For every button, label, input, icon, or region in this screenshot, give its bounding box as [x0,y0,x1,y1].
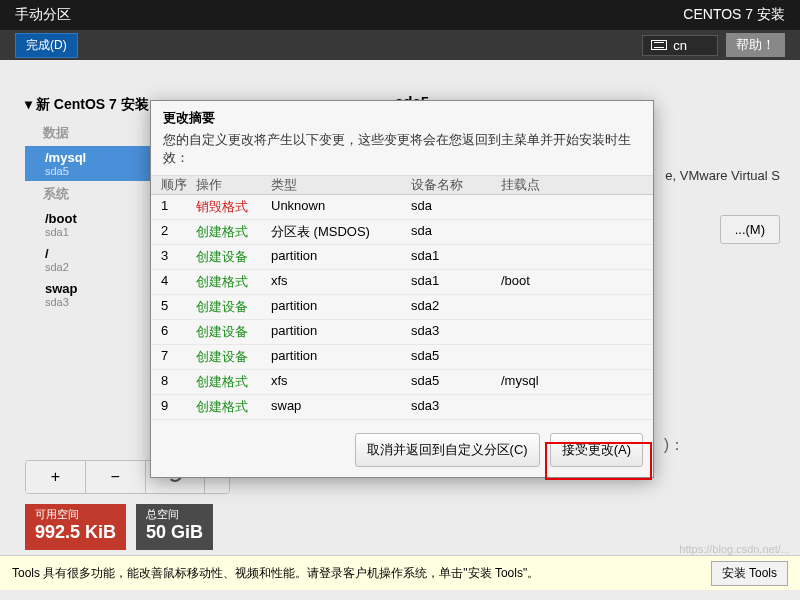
install-tools-button[interactable]: 安装 Tools [711,561,788,586]
table-row[interactable]: 2创建格式分区表 (MSDOS)sda [151,220,653,245]
keyboard-layout: cn [673,38,687,53]
total-space: 总空间 50 GiB [136,504,213,550]
table-row[interactable]: 9创建格式swapsda3 [151,395,653,420]
col-type: 类型 [271,176,411,194]
field-fragment: )： [664,435,685,456]
table-row[interactable]: 7创建设备partitionsda5 [151,345,653,370]
keyboard-icon [651,40,667,50]
table-row[interactable]: 1销毁格式Unknownsda [151,195,653,220]
available-label: 可用空间 [35,507,116,521]
page-title: 手动分区 [15,6,71,24]
info-text: Tools 具有很多功能，能改善鼠标移动性、视频和性能。请登录客户机操作系统，单… [12,565,539,582]
accept-button[interactable]: 接受更改(A) [550,433,643,467]
remove-button[interactable]: − [86,461,146,493]
device-info: e, VMware Virtual S [665,168,780,183]
dialog-title: 更改摘要 [151,101,653,129]
help-button[interactable]: 帮助！ [726,33,785,57]
brand: CENTOS 7 安装 [683,6,785,24]
table-row[interactable]: 3创建设备partitionsda1 [151,245,653,270]
col-operation: 操作 [196,176,271,194]
space-summary: 可用空间 992.5 KiB 总空间 50 GiB [25,504,213,550]
table-header: 顺序 操作 类型 设备名称 挂载点 [151,175,653,195]
watermark: https://blog.csdn.net/... [679,543,790,555]
cancel-button[interactable]: 取消并返回到自定义分区(C) [355,433,540,467]
dialog-subtitle: 您的自定义更改将产生以下变更，这些变更将会在您返回到主菜单并开始安装时生效： [151,129,653,175]
available-space: 可用空间 992.5 KiB [25,504,126,550]
summary-dialog: 更改摘要 您的自定义更改将产生以下变更，这些变更将会在您返回到主菜单并开始安装时… [150,100,654,478]
available-value: 992.5 KiB [35,521,116,544]
configure-button[interactable]: ...(M) [720,215,780,244]
keyboard-indicator[interactable]: cn [642,35,718,56]
total-label: 总空间 [146,507,203,521]
table-row[interactable]: 6创建设备partitionsda3 [151,320,653,345]
col-order: 顺序 [151,176,196,194]
table-row[interactable]: 5创建设备partitionsda2 [151,295,653,320]
info-bar: Tools 具有很多功能，能改善鼠标移动性、视频和性能。请登录客户机操作系统，单… [0,555,800,590]
done-button[interactable]: 完成(D) [15,33,78,58]
total-value: 50 GiB [146,521,203,544]
table-row[interactable]: 4创建格式xfssda1/boot [151,270,653,295]
col-mount: 挂载点 [501,176,653,194]
table-body[interactable]: 1销毁格式Unknownsda2创建格式分区表 (MSDOS)sda3创建设备p… [151,195,653,423]
add-button[interactable]: + [26,461,86,493]
table-row[interactable]: 8创建格式xfssda5/mysql [151,370,653,395]
col-device: 设备名称 [411,176,501,194]
